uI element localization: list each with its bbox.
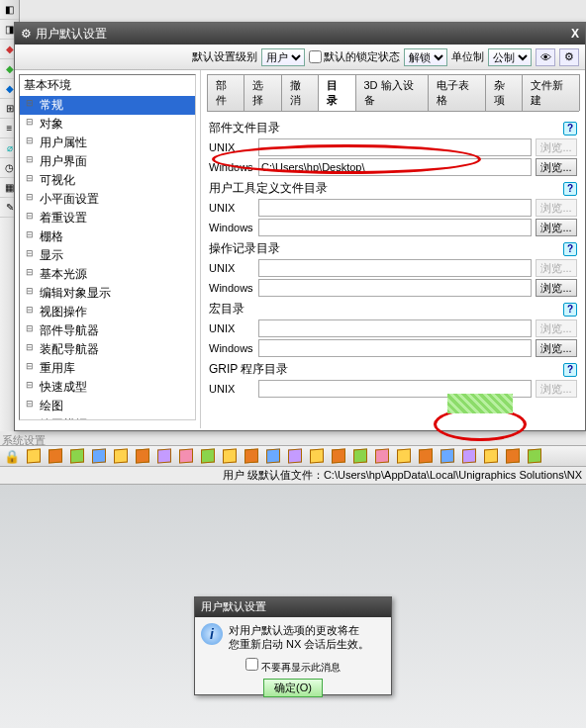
tree-item[interactable]: 编辑对象显示 [20,284,195,303]
dont-show-checkbox[interactable]: 不要再显示此消息 [195,658,391,675]
tree-root[interactable]: 基本环境 [20,75,195,96]
tool-icon[interactable] [394,447,414,465]
ok-button[interactable]: 确定(O) [263,679,323,697]
lock-checkbox[interactable] [309,50,322,63]
help-icon[interactable]: ? [563,182,577,196]
tree-item[interactable]: 装配导航器 [20,340,195,359]
tool-icon[interactable] [285,447,305,465]
pixelated-region [447,394,513,413]
tab-directory[interactable]: 目录 [318,74,355,111]
browse-button: 浏览... [536,380,577,398]
tool-icon[interactable] [416,447,436,465]
dialog-title: 用户默认设置 [36,26,107,43]
tree-item[interactable]: 快速成型 [20,378,195,397]
browse-button[interactable]: 浏览... [536,219,577,236]
help-icon[interactable]: ? [563,242,577,256]
tree-item[interactable]: 用户属性 [20,134,195,152]
tab-misc[interactable]: 杂项 [485,74,523,111]
tree-item[interactable]: 小平面设置 [20,190,195,209]
tool-icon[interactable] [307,447,327,465]
row-label: UNIX [209,262,254,274]
tab-spreadsheet[interactable]: 电子表格 [428,74,486,111]
info-icon: i [201,623,223,645]
tree-item[interactable]: 视图操作 [20,303,195,321]
tool-icon[interactable] [503,447,523,465]
tool-icon[interactable] [220,447,240,465]
tool-icon[interactable] [67,447,87,465]
tool-icon[interactable]: ◧ [0,0,19,20]
tool-icon[interactable] [89,447,109,465]
tool-icon[interactable] [481,447,501,465]
tree-item[interactable]: 着重设置 [20,209,195,228]
tool-icon[interactable] [154,447,174,465]
unit-select[interactable]: 公制 [488,48,532,66]
row-label: UNIX [209,202,254,214]
browse-button[interactable]: 浏览... [536,279,577,297]
tool-icon[interactable] [198,447,218,465]
tree[interactable]: 基本环境 常规 对象 用户属性 用户界面 可视化 小平面设置 着重设置 棚格 显… [19,74,196,420]
gear-icon: ⚙ [21,27,32,41]
path-input[interactable] [258,279,532,297]
eye-icon[interactable]: 👁 [536,48,555,66]
row-label: UNIX [209,322,254,334]
tool-icon[interactable] [459,447,479,465]
tab-select[interactable]: 选择 [244,74,281,111]
tool-icon[interactable] [525,447,544,465]
tab-parts[interactable]: 部件 [207,74,244,111]
tool-icon[interactable] [176,447,196,465]
tool-icon[interactable] [24,447,44,465]
row-label: UNIX [209,383,254,395]
unit-label: 单位制 [451,49,484,64]
path-row: Windows浏览... [209,279,577,297]
tool-icon[interactable] [438,447,457,465]
tool-icon[interactable] [46,447,65,465]
tab-newfile[interactable]: 文件新建 [522,74,580,111]
path-input[interactable] [258,319,532,337]
path-input[interactable] [258,199,532,217]
path-input[interactable] [258,339,532,357]
browse-button[interactable]: 浏览... [536,158,577,176]
browse-button: 浏览... [536,199,577,217]
tab-undo[interactable]: 撤消 [281,74,319,111]
help-icon[interactable]: ? [563,363,577,377]
tree-item[interactable]: 绘图横幅 [20,415,195,420]
tree-item[interactable]: 部件导航器 [20,321,195,340]
close-icon[interactable]: X [571,27,579,41]
tool-icon[interactable] [111,447,131,465]
tree-item[interactable]: 显示 [20,246,195,265]
help-icon[interactable]: ? [563,122,577,136]
tree-item[interactable]: 重用库 [20,359,195,378]
path-input[interactable] [258,138,532,156]
help-icon[interactable]: ? [563,303,577,317]
tree-item[interactable]: 绘图 [20,397,195,415]
tool-icon[interactable] [372,447,392,465]
tool-icon[interactable] [263,447,283,465]
path-input[interactable] [258,219,532,236]
path-input[interactable] [258,158,532,176]
tree-item[interactable]: 对象 [20,115,195,134]
lock-select[interactable]: 解锁 [404,48,447,66]
tree-item[interactable]: 棚格 [20,228,195,246]
path-input[interactable] [258,259,532,277]
tab-3dinput[interactable]: 3D 输入设备 [355,74,430,111]
tool-icon[interactable] [329,447,348,465]
tree-item[interactable]: 可视化 [20,171,195,190]
tool-icon[interactable]: 🔒 [2,447,22,465]
browse-button[interactable]: 浏览... [536,339,577,357]
level-label: 默认设置级别 [192,49,257,64]
tool-icon[interactable] [133,447,152,465]
tree-item[interactable]: 常规 [20,96,195,115]
tool-icon[interactable] [242,447,261,465]
tool-icon[interactable] [350,447,370,465]
browse-button: 浏览... [536,319,577,337]
color-toolbar: 🔒 [0,445,586,467]
tree-panel: 基本环境 常规 对象 用户属性 用户界面 可视化 小平面设置 着重设置 棚格 显… [15,70,201,428]
tree-item[interactable]: 用户界面 [20,152,195,171]
tabs: 部件 选择 撤消 目录 3D 输入设备 电子表格 杂项 文件新建 [207,74,579,112]
directory-panel: 部件文件目录?UNIX浏览...Windows浏览...用户工具定义文件目录?U… [207,112,579,428]
row-label: Windows [209,161,254,173]
settings-icon[interactable]: ⚙ [559,48,579,66]
section-title: 操作记录目录? [209,240,577,257]
level-select[interactable]: 用户 [261,48,305,66]
tree-item[interactable]: 基本光源 [20,265,195,284]
